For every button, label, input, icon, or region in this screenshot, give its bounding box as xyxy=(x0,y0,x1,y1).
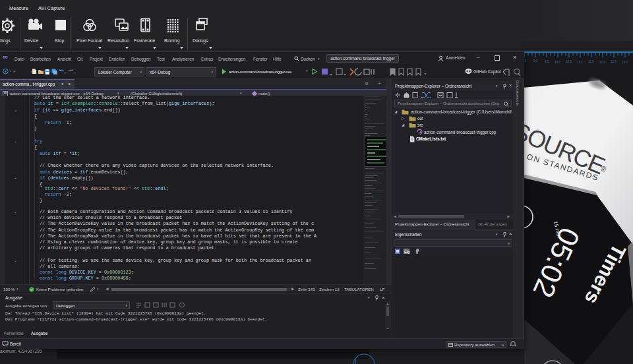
svg-text:12.0: 12.0 xyxy=(599,61,605,64)
svg-text:11.5: 11.5 xyxy=(588,60,594,63)
svg-text:11.0: 11.0 xyxy=(577,61,583,64)
svg-text:10.5: 10.5 xyxy=(566,60,572,63)
svg-text:Eig: Eig xyxy=(404,250,410,254)
svg-text:9.0: 9.0 xyxy=(533,59,538,63)
svg-text:13.0: 13.0 xyxy=(622,61,628,64)
svg-text:9.5: 9.5 xyxy=(545,60,549,63)
svg-text:10.0: 10.0 xyxy=(555,61,560,64)
svg-text:12.5: 12.5 xyxy=(611,60,617,63)
